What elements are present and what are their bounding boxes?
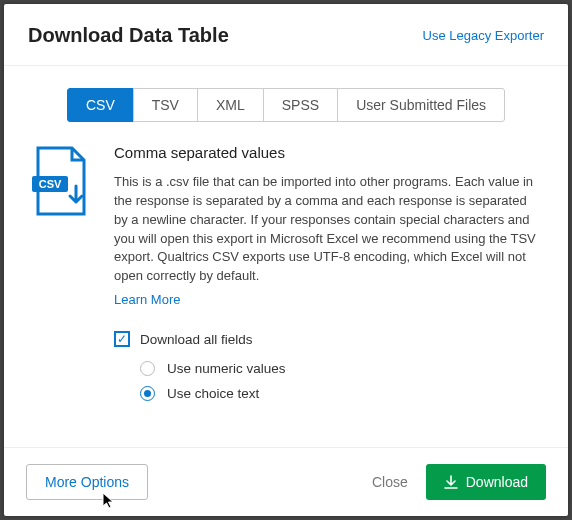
radio-choice-text[interactable]: Use choice text <box>140 386 540 401</box>
format-tabs: CSV TSV XML SPSS User Submitted Files <box>32 88 540 122</box>
format-description-block: Comma separated values This is a .csv fi… <box>114 144 540 411</box>
format-description: This is a .csv file that can be imported… <box>114 173 540 286</box>
modal-content: CSV TSV XML SPSS User Submitted Files CS… <box>4 66 568 447</box>
modal-header: Download Data Table Use Legacy Exporter <box>4 4 568 66</box>
radio-numeric-values[interactable]: Use numeric values <box>140 361 540 376</box>
tab-tsv[interactable]: TSV <box>133 88 198 122</box>
tab-csv[interactable]: CSV <box>67 88 134 122</box>
tab-spss[interactable]: SPSS <box>263 88 338 122</box>
download-icon <box>444 475 458 489</box>
more-options-button[interactable]: More Options <box>26 464 148 500</box>
learn-more-link[interactable]: Learn More <box>114 292 540 307</box>
modal-title: Download Data Table <box>28 24 229 47</box>
download-data-modal: Download Data Table Use Legacy Exporter … <box>4 4 568 516</box>
download-button[interactable]: Download <box>426 464 546 500</box>
checkbox-icon: ✓ <box>114 331 130 347</box>
download-button-label: Download <box>466 474 528 490</box>
format-info: CSV Comma separated values This is a .cs… <box>32 144 540 411</box>
csv-file-icon: CSV <box>32 144 94 411</box>
tab-xml[interactable]: XML <box>197 88 264 122</box>
radio-icon <box>140 361 155 376</box>
format-subtitle: Comma separated values <box>114 144 540 161</box>
use-legacy-exporter-link[interactable]: Use Legacy Exporter <box>423 28 544 43</box>
checkbox-label: Download all fields <box>140 332 253 347</box>
radio-icon <box>140 386 155 401</box>
close-button[interactable]: Close <box>354 465 426 499</box>
radio-label: Use choice text <box>167 386 259 401</box>
svg-text:CSV: CSV <box>39 178 62 190</box>
radio-label: Use numeric values <box>167 361 286 376</box>
download-options: ✓ Download all fields Use numeric values… <box>114 331 540 401</box>
download-all-fields-checkbox[interactable]: ✓ Download all fields <box>114 331 540 347</box>
modal-footer: More Options Close Download <box>4 447 568 516</box>
tab-user-files[interactable]: User Submitted Files <box>337 88 505 122</box>
